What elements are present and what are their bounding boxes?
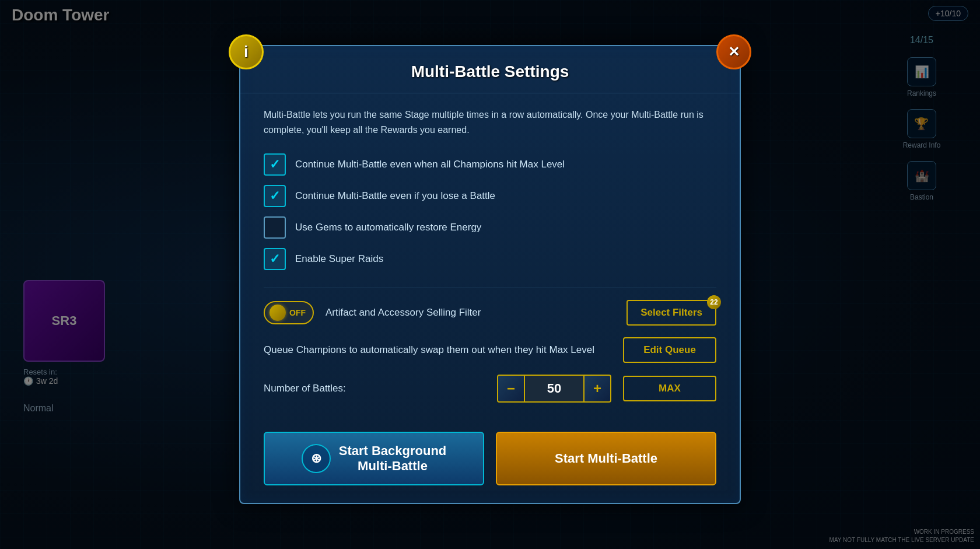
checkbox-2[interactable]: [264, 185, 286, 207]
checkbox-4[interactable]: [264, 248, 286, 270]
checkbox-list: Continue Multi-Battle even when all Cham…: [264, 153, 716, 270]
modal-close-button[interactable]: ✕: [716, 34, 751, 69]
battles-counter: − 50 +: [497, 375, 611, 403]
queue-row: Queue Champions to automatically swap th…: [264, 337, 716, 363]
checkbox-item-1[interactable]: Continue Multi-Battle even when all Cham…: [264, 153, 716, 176]
start-background-multi-battle-button[interactable]: ⊛ Start BackgroundMulti-Battle: [264, 432, 484, 485]
battles-value: 50: [525, 375, 583, 403]
start-multi-battle-button[interactable]: Start Multi-Battle: [496, 432, 716, 485]
selling-filter-label: Artifact and Accessory Selling Filter: [326, 307, 615, 319]
battles-label: Number of Battles:: [264, 383, 485, 394]
checkbox-label-1: Continue Multi-Battle even when all Cham…: [295, 159, 565, 170]
selling-filter-row: OFF Artifact and Accessory Selling Filte…: [264, 300, 716, 326]
modal-footer: ⊛ Start BackgroundMulti-Battle Start Mul…: [240, 420, 740, 503]
toggle-circle: [270, 305, 286, 321]
divider-1: [264, 288, 716, 288]
battles-increment-button[interactable]: +: [583, 375, 611, 403]
modal-title: Multi-Battle Settings: [240, 46, 740, 93]
edit-queue-button[interactable]: Edit Queue: [623, 337, 716, 363]
start-background-label: Start BackgroundMulti-Battle: [339, 443, 447, 474]
battles-decrement-button[interactable]: −: [497, 375, 525, 403]
checkbox-1[interactable]: [264, 153, 286, 176]
checkbox-label-2: Continue Multi-Battle even if you lose a…: [295, 190, 495, 202]
toggle-off-label: OFF: [289, 308, 308, 317]
multi-battle-modal: i ✕ Multi-Battle Settings Multi-Battle l…: [239, 45, 741, 504]
checkbox-item-2[interactable]: Continue Multi-Battle even if you lose a…: [264, 185, 716, 207]
queue-text: Queue Champions to automatically swap th…: [264, 343, 611, 357]
battles-max-button[interactable]: MAX: [623, 376, 716, 401]
modal-overlay: i ✕ Multi-Battle Settings Multi-Battle l…: [0, 0, 980, 549]
select-filters-button[interactable]: Select Filters 22: [626, 300, 716, 326]
watermark: WORK IN PROGRESS MAY NOT FULLY MATCH THE…: [830, 528, 974, 544]
battles-row: Number of Battles: − 50 + MAX: [264, 375, 716, 403]
modal-description: Multi-Battle lets you run the same Stage…: [264, 107, 716, 137]
selling-filter-toggle[interactable]: OFF: [264, 301, 314, 324]
checkbox-label-4: Enable Super Raids: [295, 253, 383, 265]
bg-battle-icon: ⊛: [302, 444, 331, 473]
select-filters-badge: 22: [707, 295, 721, 309]
modal-body: Multi-Battle lets you run the same Stage…: [240, 93, 740, 420]
checkbox-label-3: Use Gems to automatically restore Energy: [295, 222, 481, 233]
checkbox-item-3[interactable]: Use Gems to automatically restore Energy: [264, 216, 716, 239]
checkbox-item-4[interactable]: Enable Super Raids: [264, 248, 716, 270]
checkbox-3[interactable]: [264, 216, 286, 239]
modal-info-button[interactable]: i: [229, 34, 264, 69]
